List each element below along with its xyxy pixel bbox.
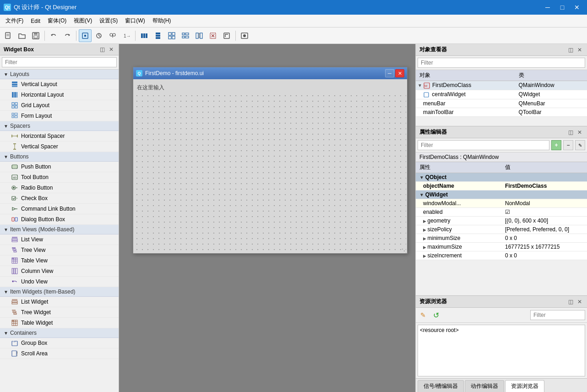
design-close-button[interactable]: ✕	[395, 69, 404, 77]
item-vertical-spacer[interactable]: Vertical Spacer	[0, 142, 119, 152]
menu-window2[interactable]: 窗口(W)	[121, 15, 148, 27]
table-row[interactable]: ▼ M FirstDemoClass QMainWindow	[416, 81, 587, 90]
resource-reload-button[interactable]: ↺	[430, 310, 441, 321]
category-spacers[interactable]: ▼ Spacers	[0, 121, 119, 131]
object-inspector-close[interactable]: ✕	[576, 46, 583, 54]
resource-browser-close[interactable]: ✕	[576, 298, 583, 305]
maximize-button[interactable]: □	[556, 2, 569, 13]
menu-settings[interactable]: 设置(S)	[96, 15, 121, 27]
category-buttons[interactable]: ▼ Buttons	[0, 152, 119, 162]
toolbar-signal-edit[interactable]	[92, 29, 105, 42]
resource-edit-button[interactable]: ✎	[418, 310, 429, 321]
widget-box-float[interactable]: ◫	[98, 46, 106, 53]
toolbar-preview[interactable]	[238, 29, 251, 42]
toolbar-open[interactable]	[16, 29, 28, 42]
toolbar-layout-v[interactable]	[152, 29, 164, 42]
table-row[interactable]: objectName FirstDemoClass	[416, 182, 587, 191]
minimize-button[interactable]: ─	[541, 2, 554, 13]
menu-view[interactable]: 视图(V)	[70, 15, 96, 27]
toolbar-undo[interactable]	[47, 29, 60, 42]
table-row[interactable]: windowModal... NonModal	[416, 199, 587, 208]
item-tool-button[interactable]: ab Tool Button	[0, 172, 119, 183]
item-horizontal-layout[interactable]: Horizontal Layout	[0, 90, 119, 100]
object-inspector-float[interactable]: ◫	[567, 46, 574, 54]
item-horizontal-spacer[interactable]: Horizontal Spacer	[0, 131, 119, 142]
toolbar-layout-split-h[interactable]	[193, 29, 206, 42]
toolbar-widget-edit[interactable]	[79, 29, 92, 42]
category-layouts[interactable]: ▼ Layouts	[0, 70, 119, 79]
table-row[interactable]: mainToolBar QToolBar	[416, 108, 587, 116]
property-editor-float[interactable]: ◫	[567, 129, 574, 136]
toolbar-layout-h[interactable]	[138, 29, 151, 42]
table-row[interactable]: enabled ☑	[416, 208, 587, 217]
toolbar-redo[interactable]	[61, 29, 74, 42]
menu-file[interactable]: 文件(F)	[2, 15, 27, 27]
design-resize-handle[interactable]	[402, 248, 406, 252]
tab-signal-slot-editor[interactable]: 信号/槽编辑器	[418, 380, 464, 392]
item-vertical-layout[interactable]: Vertical Layout	[0, 79, 119, 90]
category-item-views[interactable]: ▼ Item Views (Model-Based)	[0, 225, 119, 234]
table-row[interactable]: ▶ minimumSize 0 x 0	[416, 234, 587, 243]
item-check-box[interactable]: Check Box	[0, 193, 119, 204]
toolbar-taborder[interactable]: 1→	[120, 29, 133, 42]
item-push-button[interactable]: Push Button	[0, 162, 119, 172]
prop-group-qobject[interactable]: ▼ QObject	[416, 173, 587, 182]
table-row[interactable]: ▶ geometry [(0, 0), 600 x 400]	[416, 217, 587, 225]
toolbar-break-layout[interactable]	[207, 29, 219, 42]
toolbar-layout-grid[interactable]	[165, 29, 178, 42]
property-class-label: FirstDemoClass : QMainWindow	[416, 152, 587, 162]
close-button[interactable]: ✕	[571, 2, 583, 13]
item-radio-button[interactable]: Radio Button	[0, 183, 119, 193]
item-list-widget[interactable]: List Widget	[0, 297, 119, 307]
property-editor-close[interactable]: ✕	[576, 129, 583, 136]
item-table-view[interactable]: Table View	[0, 256, 119, 266]
category-item-widgets[interactable]: ▼ Item Widgets (Item-Based)	[0, 287, 119, 297]
menu-edit[interactable]: Edit	[27, 16, 44, 26]
item-form-layout[interactable]: Form Layout	[0, 111, 119, 121]
table-row[interactable]: centralWidget QWidget	[416, 90, 587, 99]
tab-resource-browser[interactable]: 资源浏览器	[505, 380, 544, 392]
svg-marker-68	[12, 207, 16, 210]
item-list-view[interactable]: List View	[0, 234, 119, 245]
toolbar-new[interactable]	[2, 29, 15, 42]
toolbar-adjust-size[interactable]	[220, 29, 233, 42]
item-grid-layout[interactable]: Grid Layout	[0, 100, 119, 111]
item-group-box[interactable]: Grp Group Box	[0, 338, 119, 348]
svg-rect-23	[172, 33, 175, 35]
item-tree-widget[interactable]: Tree Widget	[0, 307, 119, 318]
tab-action-editor[interactable]: 动作编辑器	[465, 380, 504, 392]
toolbar-save[interactable]	[29, 29, 42, 42]
property-filter-remove[interactable]: −	[563, 140, 573, 150]
item-scroll-area[interactable]: Scroll Area	[0, 348, 119, 359]
vertical-layout-icon	[11, 81, 18, 88]
item-tree-view[interactable]: Tree View	[0, 245, 119, 256]
toolbar-buddy[interactable]	[106, 29, 119, 42]
widget-box-close[interactable]: ✕	[108, 46, 115, 53]
table-row[interactable]: ▶ maximumSize 16777215 x 16777215	[416, 243, 587, 251]
category-containers[interactable]: ▼ Containers	[0, 328, 119, 338]
prop-group-qwidget[interactable]: ▼ QWidget	[416, 191, 587, 199]
table-row[interactable]: ▶ sizeIncrement 0 x 0	[416, 251, 587, 260]
menu-help[interactable]: 帮助(H)	[149, 15, 175, 27]
menu-window[interactable]: 窗体(O)	[44, 15, 70, 27]
item-column-view[interactable]: Column View	[0, 266, 119, 277]
design-dotted-area[interactable]	[134, 93, 406, 252]
widget-box-filter-input[interactable]	[2, 57, 117, 67]
resource-browser-float[interactable]: ◫	[567, 298, 574, 305]
table-row[interactable]: ▶ sizePolicy [Preferred, Preferred, 0, 0…	[416, 225, 587, 234]
item-table-widget[interactable]: Table Widget	[0, 318, 119, 328]
table-row[interactable]: menuBar QMenuBar	[416, 99, 587, 108]
resource-tree[interactable]: <resource root>	[418, 325, 585, 376]
toolbar-layout-form[interactable]	[179, 29, 192, 42]
property-filter-input[interactable]	[418, 140, 549, 150]
design-window-body[interactable]: 在这里输入	[133, 79, 407, 253]
object-inspector-filter-input[interactable]	[418, 58, 585, 68]
property-filter-add[interactable]: +	[551, 140, 561, 150]
item-command-link-button[interactable]: Command Link Button	[0, 204, 119, 214]
resource-filter-input[interactable]	[530, 310, 585, 320]
object-inspector-controls: ◫ ✕	[567, 46, 583, 54]
item-undo-view[interactable]: Undo View	[0, 277, 119, 287]
item-dialog-button-box[interactable]: Dialog Button Box	[0, 214, 119, 225]
design-minimize-button[interactable]: ─	[385, 69, 394, 77]
property-filter-options[interactable]: ✎	[575, 140, 585, 150]
